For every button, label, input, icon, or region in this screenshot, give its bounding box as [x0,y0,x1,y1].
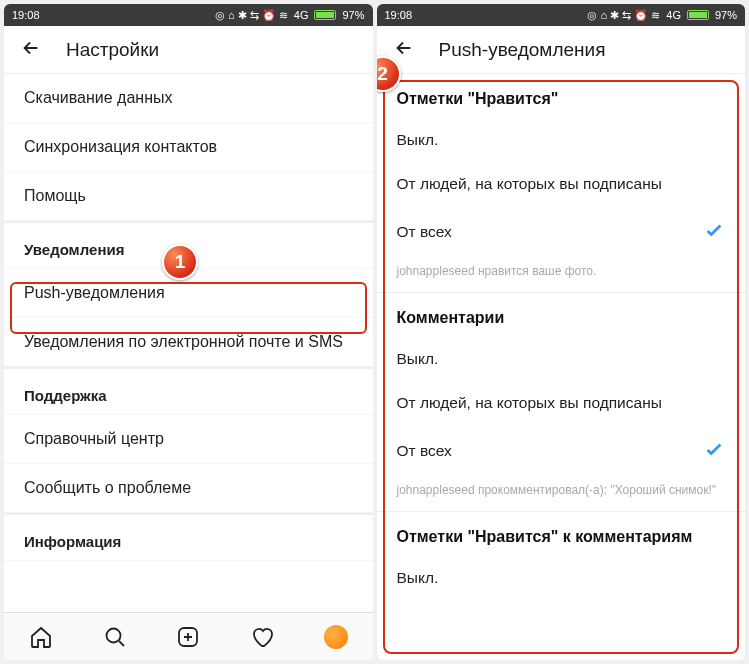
likes-off[interactable]: Выкл. [377,118,746,162]
battery-percent: 97% [342,9,364,21]
section-info: Информация [4,513,373,561]
svg-point-0 [106,628,120,642]
check-icon-2 [703,438,725,464]
battery-icon [314,10,336,20]
status-time: 19:08 [12,9,40,21]
nav-heart-icon[interactable] [249,624,275,650]
likes-all-label: От всех [397,223,452,241]
nav-add-icon[interactable] [175,624,201,650]
status-icons: ◎ ⌂ ✱ ⇆ ⏰ ≋ [215,9,288,22]
nav-search-icon[interactable] [102,624,128,650]
comment-likes-off[interactable]: Выкл. [377,556,746,600]
battery-icon-r [687,10,709,20]
row-help[interactable]: Помощь [4,172,373,221]
marker-1: 1 [162,244,198,280]
comments-from-following[interactable]: От людей, на которых вы подписаны [377,381,746,425]
push-settings-list: Отметки "Нравится" Выкл. От людей, на ко… [377,74,746,660]
avatar-icon [324,625,348,649]
likes-from-following[interactable]: От людей, на которых вы подписаны [377,162,746,206]
comments-all-label: От всех [397,442,452,460]
comments-following-label: От людей, на которых вы подписаны [397,394,662,412]
row-email-sms[interactable]: Уведомления по электронной почте и SMS [4,318,373,367]
row-download-data[interactable]: Скачивание данных [4,74,373,123]
check-icon [703,219,725,245]
bottom-nav [4,612,373,660]
status-bar-r: 19:08 ◎ ⌂ ✱ ⇆ ⏰ ≋ 4G 97% [377,4,746,26]
comments-off[interactable]: Выкл. [377,337,746,381]
row-sync-contacts[interactable]: Синхронизация контактов [4,123,373,172]
status-icons-r: ◎ ⌂ ✱ ⇆ ⏰ ≋ [587,9,660,22]
status-indicators-r: ◎ ⌂ ✱ ⇆ ⏰ ≋ 4G 97% [587,9,737,22]
left-header: Настройки [4,26,373,74]
battery-percent-r: 97% [715,9,737,21]
row-report-problem[interactable]: Сообщить о проблеме [4,464,373,513]
nav-profile-icon[interactable] [323,624,349,650]
right-screen: 19:08 ◎ ⌂ ✱ ⇆ ⏰ ≋ 4G 97% Push-уведомлени… [377,4,746,660]
settings-list: Скачивание данных Синхронизация контакто… [4,74,373,612]
right-header: Push-уведомления [377,26,746,74]
status-network: 4G [294,9,309,21]
back-icon-r[interactable] [393,37,415,63]
page-title: Настройки [66,39,159,61]
row-push-label: Push-уведомления [24,284,165,302]
likes-off-label: Выкл. [397,131,439,149]
section-support: Поддержка [4,367,373,415]
comments-from-all[interactable]: От всех [377,425,746,477]
group-likes-title: Отметки "Нравится" [377,74,746,118]
group-comment-likes-title: Отметки "Нравится" к комментариям [377,512,746,556]
back-icon[interactable] [20,37,42,63]
likes-hint: johnappleseed нравится ваше фото. [377,258,746,293]
status-network-r: 4G [666,9,681,21]
group-comments-title: Комментарии [377,293,746,337]
status-time-r: 19:08 [385,9,413,21]
status-indicators: ◎ ⌂ ✱ ⇆ ⏰ ≋ 4G 97% [215,9,365,22]
comments-hint: johnappleseed прокомментировал(-a): "Хор… [377,477,746,512]
likes-following-label: От людей, на которых вы подписаны [397,175,662,193]
status-bar: 19:08 ◎ ⌂ ✱ ⇆ ⏰ ≋ 4G 97% [4,4,373,26]
row-help-center[interactable]: Справочный центр [4,415,373,464]
page-title-r: Push-уведомления [439,39,606,61]
left-screen: 19:08 ◎ ⌂ ✱ ⇆ ⏰ ≋ 4G 97% Настройки Скачи… [4,4,373,660]
comments-off-label: Выкл. [397,350,439,368]
likes-from-all[interactable]: От всех [377,206,746,258]
comment-likes-off-label: Выкл. [397,569,439,587]
nav-home-icon[interactable] [28,624,54,650]
